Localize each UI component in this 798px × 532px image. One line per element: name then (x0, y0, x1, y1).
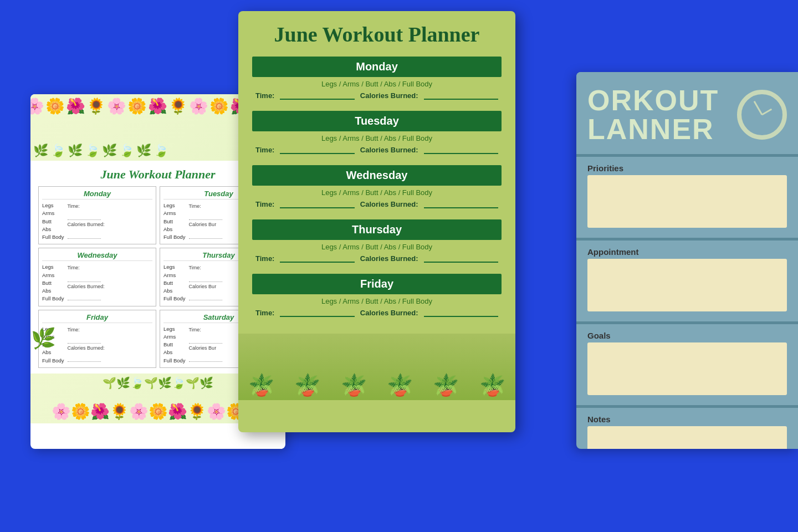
center-friday-exercises: Legs / Arms / Butt / Abs / Full Body (252, 294, 502, 307)
right-divider-2 (576, 238, 798, 241)
center-friday-bar: Friday (252, 274, 502, 294)
side-plant-icon: 🌿 (31, 327, 56, 350)
center-wednesday-exercises: Legs / Arms / Butt / Abs / Full Body (252, 186, 502, 198)
right-notes-box (587, 426, 787, 449)
left-day-wednesday-header: Wednesday (42, 251, 152, 261)
flower-pot-5: 🪴 (433, 373, 459, 397)
center-day-tuesday: Tuesday Legs / Arms / Butt / Abs / Full … (252, 111, 502, 157)
left-day-wednesday: Wednesday LegsArmsButtAbsFull Body Time:… (38, 248, 156, 306)
center-monday-bar: Monday (252, 57, 502, 77)
flower-pot-4: 🪴 (387, 373, 413, 397)
right-section-appointment: Appointment (576, 243, 798, 319)
center-day-thursday: Thursday Legs / Arms / Butt / Abs / Full… (252, 219, 502, 266)
right-divider-1 (576, 154, 798, 157)
right-title-line1: ORKOUT (587, 84, 719, 116)
center-day-friday: Friday Legs / Arms / Butt / Abs / Full B… (252, 274, 502, 320)
right-divider-4 (576, 405, 798, 408)
left-day-monday: Monday LegsArmsButtAbsFull Body Time: Ca… (38, 186, 156, 244)
left-tuesday-items: LegsArmsButtAbsFull Body (163, 202, 186, 241)
center-tuesday-exercises: Legs / Arms / Butt / Abs / Full Body (252, 131, 502, 144)
right-appointment-box (587, 259, 787, 311)
right-card: ORKOUT LANNER Priorities Appointment Goa… (576, 72, 798, 449)
flower-pot-3: 🪴 (341, 373, 367, 397)
left-day-monday-header: Monday (42, 190, 152, 200)
center-thursday-fields: Time: Calories Burned: (252, 253, 502, 266)
clock-icon (737, 90, 787, 140)
right-title-line2: LANNER (587, 113, 714, 145)
right-priorities-title: Priorities (587, 163, 787, 173)
left-thursday-fields: Time: Calories Bur (189, 263, 222, 303)
left-thursday-items: LegsArmsButtAbsFull Body (163, 263, 186, 303)
left-day-friday-header: Friday (42, 313, 152, 323)
left-wednesday-fields: Time: Calories Burned: (68, 263, 105, 303)
left-tuesday-fields: Time: Calories Bur (189, 202, 222, 241)
left-friday-fields: Time: Calories Burned: (68, 325, 105, 365)
right-priorities-box (587, 175, 787, 228)
right-divider-3 (576, 321, 798, 324)
center-flowers: 🪴 🪴 🪴 🪴 🪴 🪴 (238, 334, 515, 400)
left-saturday-items: LegsArmsButtAbsFull Body (163, 325, 186, 365)
flower-pot-1: 🪴 (248, 373, 274, 397)
center-day-monday: Monday Legs / Arms / Butt / Abs / Full B… (252, 57, 502, 103)
left-monday-fields: Time: Calories Burned: (68, 202, 105, 241)
center-friday-fields: Time: Calories Burned: (252, 307, 502, 320)
right-section-notes: Notes (576, 410, 798, 449)
right-goals-title: Goals (587, 331, 787, 340)
left-wednesday-items: LegsArmsButtAbsFull Body (42, 263, 64, 303)
center-tuesday-fields: Time: Calories Burned: (252, 144, 502, 157)
flower-pot-6: 🪴 (479, 373, 505, 397)
flower-pot-2: 🪴 (294, 373, 320, 397)
left-monday-items: LegsArmsButtAbsFull Body (42, 202, 64, 241)
center-card-title: June Workout Planner (252, 22, 502, 47)
right-card-title: ORKOUT LANNER (587, 86, 719, 144)
right-goals-box (587, 342, 787, 395)
center-monday-exercises: Legs / Arms / Butt / Abs / Full Body (252, 77, 502, 90)
center-monday-fields: Time: Calories Burned: (252, 90, 502, 103)
right-card-header: ORKOUT LANNER (576, 72, 798, 152)
left-saturday-fields: Time: Calories Bur (189, 325, 222, 365)
center-wednesday-fields: Time: Calories Burned: (252, 198, 502, 212)
right-section-goals: Goals (576, 326, 798, 403)
center-card-inner: June Workout Planner Monday Legs / Arms … (238, 11, 515, 334)
center-thursday-exercises: Legs / Arms / Butt / Abs / Full Body (252, 240, 502, 253)
center-tuesday-bar: Tuesday (252, 111, 502, 131)
center-thursday-bar: Thursday (252, 219, 502, 240)
right-appointment-title: Appointment (587, 247, 787, 257)
right-notes-title: Notes (587, 415, 787, 424)
right-section-priorities: Priorities (576, 159, 798, 236)
center-day-wednesday: Wednesday Legs / Arms / Butt / Abs / Ful… (252, 165, 502, 212)
center-wednesday-bar: Wednesday (252, 165, 502, 186)
center-card: June Workout Planner Monday Legs / Arms … (238, 11, 515, 432)
